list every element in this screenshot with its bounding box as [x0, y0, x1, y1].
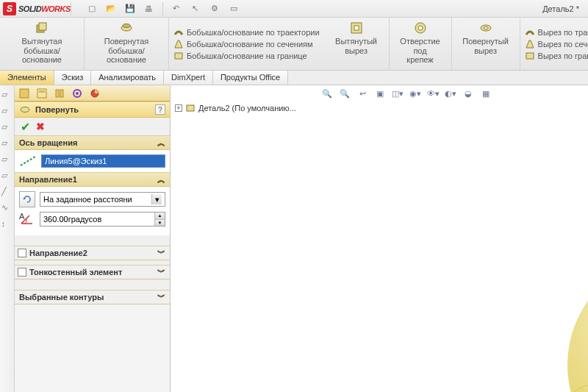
appearance-icon[interactable]: ◒ — [462, 87, 475, 100]
thin-feature-checkbox[interactable] — [18, 268, 26, 277]
sketch-tool-icon[interactable]: ∿ — [1, 203, 13, 215]
direction2-checkbox[interactable] — [18, 249, 26, 257]
tab-office[interactable]: Продукты Office — [213, 71, 288, 85]
flyout-feature-tree[interactable]: + Деталь2 (По умолчанию... — [175, 103, 296, 113]
svg-point-20 — [21, 107, 29, 113]
extruded-boss-button[interactable]: Вытянутая бобышка/основание — [6, 21, 78, 65]
feature-tree-tab-icon[interactable] — [18, 87, 31, 100]
hole-wizard-button[interactable]: Отверстие под крепеж — [395, 21, 445, 65]
prev-view-icon[interactable]: ↩ — [356, 87, 369, 100]
part-tree-icon — [185, 103, 196, 113]
dimxpert-tab-icon[interactable] — [71, 87, 84, 100]
pm-title: Повернуть — [35, 105, 79, 114]
render-icon[interactable]: ▦ — [479, 87, 492, 100]
angle-input[interactable] — [40, 213, 154, 226]
app-logo: S SOLIDWORKS — [3, 2, 71, 15]
direction2-section-header[interactable]: Направление2 ︾ — [15, 246, 170, 260]
angle-spinner[interactable]: ▲▼ — [40, 212, 165, 227]
zoom-fit-icon[interactable]: 🔍 — [320, 87, 334, 100]
axis-selection-field[interactable] — [41, 154, 165, 168]
pane-icon[interactable]: ▱ — [1, 138, 13, 150]
scene-icon[interactable]: ◐▾ — [444, 87, 457, 100]
heads-up-toolbar: 🔍 🔍 ↩ ▣ ◫▾ ◉▾ 👁▾ ◐▾ ◒ ▦ — [320, 87, 492, 100]
loft-cut-icon — [525, 39, 535, 49]
extruded-cut-button[interactable]: Вытянутый вырез — [330, 21, 383, 55]
rebuild-icon[interactable]: ⚙ — [209, 3, 220, 15]
view-orient-icon[interactable]: ◫▾ — [391, 87, 404, 100]
sweep-icon — [173, 27, 184, 38]
section-view-icon[interactable]: ▣ — [373, 87, 387, 100]
new-file-icon[interactable]: ▢ — [86, 3, 98, 15]
expand-icon[interactable]: ︾ — [157, 267, 165, 278]
revolved-boss-button[interactable]: Повернутая бобышка/основание — [90, 21, 162, 65]
dim-icon[interactable]: ↕ — [1, 219, 13, 231]
boundary-boss-button[interactable]: Бобышка/основание на границе — [173, 51, 320, 61]
svg-rect-12 — [20, 89, 29, 98]
cancel-button[interactable]: ✖ — [36, 121, 45, 132]
options-icon[interactable]: ▭ — [228, 3, 240, 15]
app-name: SOLIDWORKS — [18, 4, 71, 14]
svg-point-18 — [76, 92, 79, 95]
expand-tree-icon[interactable]: + — [175, 104, 182, 112]
display-style-icon[interactable]: ◉▾ — [409, 87, 422, 100]
tab-sketch[interactable]: Эскиз — [54, 71, 91, 85]
tab-evaluate[interactable]: Анализировать — [91, 71, 164, 85]
revolved-boss-label: Повернутая бобышка/основание — [90, 37, 162, 65]
display-tab-icon[interactable] — [88, 87, 101, 100]
direction1-section-header[interactable]: Направление1 ︽ — [15, 172, 170, 187]
config-tab-icon[interactable] — [53, 87, 66, 100]
collapse-icon[interactable]: ︽ — [157, 138, 165, 149]
drawing-icon[interactable]: ▱ — [1, 122, 13, 134]
undo-icon[interactable]: ↶ — [171, 3, 182, 15]
svg-point-8 — [418, 26, 423, 30]
axis-line-icon — [19, 155, 37, 167]
svg-text:A: A — [19, 213, 25, 221]
expand-icon[interactable]: ︾ — [157, 292, 165, 303]
svg-rect-6 — [354, 26, 359, 30]
pane2-icon[interactable]: ▱ — [1, 154, 13, 166]
lofted-cut-button[interactable]: Вырез по сечен — [525, 39, 588, 49]
print-icon[interactable]: 🖶 — [143, 3, 155, 15]
axis-section-header[interactable]: Ось вращения ︽ — [15, 135, 170, 150]
tab-dimxpert[interactable]: DimXpert — [164, 71, 213, 85]
revolve-cut-icon — [478, 21, 493, 35]
boundary-cut-icon — [525, 51, 535, 61]
swept-boss-button[interactable]: Бобышка/основание по траектории — [173, 27, 320, 38]
revolve-icon — [119, 21, 134, 35]
graphics-viewport[interactable]: 🔍 🔍 ↩ ▣ ◫▾ ◉▾ 👁▾ ◐▾ ◒ ▦ + Деталь2 (По ум… — [171, 85, 588, 392]
save-icon[interactable]: 💾 — [124, 3, 136, 15]
svg-rect-16 — [60, 90, 63, 97]
ok-button[interactable]: ✔ — [21, 120, 30, 134]
extrude-cut-icon — [349, 21, 364, 35]
expand-icon[interactable]: ︾ — [157, 248, 165, 259]
revolved-cut-button[interactable]: Повернутый вырез — [458, 21, 514, 55]
angle-down-button[interactable]: ▼ — [155, 220, 165, 227]
open-file-icon[interactable]: 📂 — [105, 3, 117, 15]
assembly-icon[interactable]: ▱ — [1, 106, 13, 118]
document-title: Деталь2 * — [542, 4, 579, 13]
boundary-cut-button[interactable]: Вырез по грани — [525, 51, 588, 61]
zoom-area-icon[interactable]: 🔍 — [338, 87, 351, 100]
extrude-icon — [35, 21, 49, 35]
collapse-icon[interactable]: ︽ — [157, 174, 165, 185]
svg-rect-13 — [37, 89, 46, 98]
svg-point-3 — [123, 24, 130, 28]
tab-features[interactable]: Элементы — [0, 71, 54, 85]
swept-cut-button[interactable]: Вырез по траек — [525, 27, 588, 38]
direction-type-dropdown[interactable]: На заданное расстояни ▾ — [40, 192, 165, 207]
thin-feature-section-header[interactable]: Тонкостенный элемент ︾ — [15, 265, 170, 279]
sketch-line-icon[interactable]: ╱ — [1, 187, 13, 199]
svg-point-10 — [484, 26, 488, 29]
angle-up-button[interactable]: ▲ — [155, 213, 165, 220]
pm-header: Повернуть ? — [15, 101, 170, 118]
tree-root-label: Деталь2 (По умолчанию... — [198, 104, 296, 113]
property-tab-icon[interactable] — [35, 87, 49, 100]
hide-show-icon[interactable]: 👁▾ — [426, 87, 440, 100]
lofted-boss-button[interactable]: Бобышка/основание по сечениям — [173, 39, 320, 49]
help-button[interactable]: ? — [155, 104, 165, 115]
select-icon[interactable]: ↖ — [190, 3, 201, 15]
contours-section-header[interactable]: Выбранные контуры ︾ — [15, 290, 170, 304]
pane3-icon[interactable]: ▱ — [1, 171, 13, 182]
reverse-direction-button[interactable] — [19, 191, 35, 207]
part-icon[interactable]: ▱ — [1, 90, 13, 101]
